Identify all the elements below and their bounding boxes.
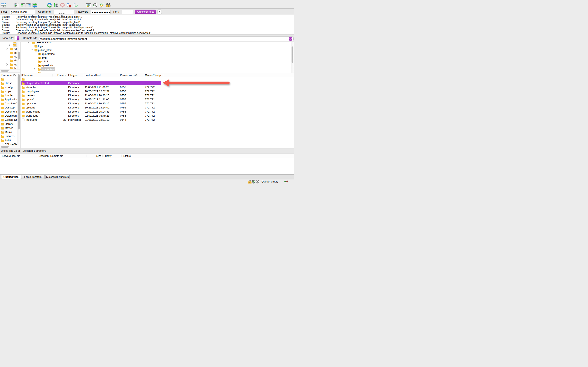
svg-text:?: ? bbox=[39, 72, 40, 73]
svg-text:?: ? bbox=[39, 57, 40, 59]
svg-text:?: ? bbox=[39, 64, 40, 67]
svg-text:A: A bbox=[253, 180, 254, 183]
svg-text:?: ? bbox=[39, 60, 40, 63]
svg-text:?: ? bbox=[35, 45, 36, 48]
svg-text:?: ? bbox=[39, 53, 40, 55]
